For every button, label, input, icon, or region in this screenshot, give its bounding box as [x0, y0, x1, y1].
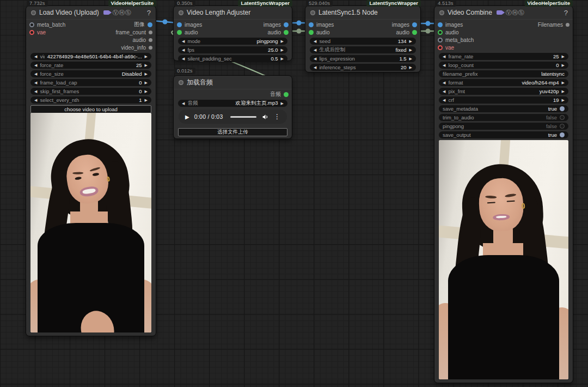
decrement-arrow-icon[interactable]: ◀	[34, 55, 37, 58]
help-icon[interactable]: ?	[564, 9, 568, 17]
output-images[interactable]: images	[264, 22, 289, 28]
input-audio[interactable]: audio	[177, 29, 198, 35]
node-video-combine[interactable]: Video Combine ⓋⒽⓈ ? images Filenames aud…	[434, 5, 573, 383]
widget-format[interactable]: ◀ format video/h264-mp4 ▶	[439, 79, 568, 86]
node-latentsync[interactable]: LatentSync1.5 Node images images audio a…	[305, 5, 421, 72]
output-port-icon[interactable]	[149, 38, 152, 42]
increment-arrow-icon[interactable]: ▶	[281, 48, 284, 52]
node-graph-canvas[interactable]: 7.732s VideoHelperSuite 0.350s LatentSyn…	[0, 0, 588, 387]
output-filenames[interactable]: Filenames	[538, 22, 569, 28]
increment-arrow-icon[interactable]: ▶	[409, 65, 412, 69]
player-menu-icon[interactable]: ⋮	[274, 113, 280, 120]
choose-video-button[interactable]: choose video to upload	[30, 105, 151, 113]
input-port-icon[interactable]	[438, 38, 443, 43]
decrement-arrow-icon[interactable]: ◀	[314, 65, 316, 69]
widget-frame-rate[interactable]: ◀ frame_rate 25 ▶	[439, 53, 568, 60]
input-port-icon[interactable]	[309, 22, 314, 27]
widget-audio-file[interactable]: ◀ 音频 欢迎来到主页.mp3 ▶	[178, 100, 287, 107]
decrement-arrow-icon[interactable]: ◀	[182, 39, 185, 43]
node-title-bar[interactable]: Load Video (Upload) ⓋⒽⓈ ?	[26, 6, 156, 20]
output-audio[interactable]: audio	[133, 37, 152, 43]
play-icon[interactable]: ▶	[185, 114, 189, 120]
decrement-arrow-icon[interactable]: ◀	[443, 63, 445, 67]
toggle-save-output[interactable]: save_output true	[439, 131, 568, 138]
widget-force-size[interactable]: ◀ force_size Disabled ▶	[30, 70, 151, 77]
increment-arrow-icon[interactable]: ▶	[145, 72, 148, 76]
increment-arrow-icon[interactable]: ▶	[145, 98, 148, 102]
widget-loop-count[interactable]: ◀ loop_count 0 ▶	[439, 62, 568, 69]
input-images[interactable]: images	[438, 22, 463, 28]
output-audio[interactable]: audio	[396, 29, 417, 35]
output-video-info[interactable]: video_info	[121, 45, 152, 51]
output-audio[interactable]: 音频	[270, 90, 289, 98]
input-port-icon[interactable]	[438, 30, 443, 35]
decrement-arrow-icon[interactable]: ◀	[34, 98, 37, 102]
output-port-icon[interactable]	[412, 30, 417, 35]
toggle-dot[interactable]	[560, 132, 565, 137]
widget-fps[interactable]: ◀ fps 25.0 ▶	[178, 46, 287, 53]
output-port-icon[interactable]	[284, 30, 289, 35]
collapse-dot[interactable]	[179, 80, 183, 85]
decrement-arrow-icon[interactable]: ◀	[182, 48, 185, 52]
node-video-length-adjuster[interactable]: Video Length Adjuster images images audi…	[173, 5, 292, 61]
increment-arrow-icon[interactable]: ▶	[562, 63, 565, 67]
input-port-icon[interactable]	[29, 30, 34, 35]
input-vae[interactable]: vae	[29, 29, 46, 35]
node-title-bar[interactable]: 加载音频	[174, 76, 292, 89]
widget-filename-prefix[interactable]: filename_prefix latentsync	[439, 70, 568, 77]
input-port-icon[interactable]	[309, 30, 314, 35]
widget-seed[interactable]: ◀ seed 134 ▶	[310, 38, 416, 45]
input-audio[interactable]: audio	[309, 29, 329, 35]
widget-silent-padding-sec[interactable]: ◀ silent_padding_sec 0.5 ▶	[178, 55, 287, 62]
decrement-arrow-icon[interactable]: ◀	[34, 81, 37, 84]
widget-frame-load-cap[interactable]: ◀ frame_load_cap 0 ▶	[30, 79, 151, 86]
widget-skip-first-frames[interactable]: ◀ skip_first_frames 0 ▶	[30, 88, 151, 95]
increment-arrow-icon[interactable]: ▶	[145, 63, 148, 67]
output-port-icon[interactable]	[149, 31, 152, 34]
increment-arrow-icon[interactable]: ▶	[145, 55, 148, 58]
increment-arrow-icon[interactable]: ▶	[145, 89, 148, 93]
output-port-icon[interactable]	[566, 23, 569, 27]
node-title-bar[interactable]: LatentSync1.5 Node	[305, 6, 420, 20]
increment-arrow-icon[interactable]: ▶	[562, 89, 565, 93]
widget-crf[interactable]: ◀ crf 19 ▶	[439, 96, 568, 104]
node-title-bar[interactable]: Video Length Adjuster	[174, 6, 292, 20]
input-port-icon[interactable]	[177, 22, 182, 27]
increment-arrow-icon[interactable]: ▶	[562, 98, 565, 102]
widget-pix-fmt[interactable]: ◀ pix_fmt yuv420p ▶	[439, 88, 568, 95]
node-load-audio[interactable]: 加载音频 音频 ◀ 音频 欢迎来到主页.mp3 ▶ ▶ 0:00 / 0:03 …	[173, 75, 292, 139]
decrement-arrow-icon[interactable]: ◀	[182, 57, 185, 61]
widget-lips-expression[interactable]: ◀ lips_expression 1.5 ▶	[310, 55, 416, 62]
input-vae[interactable]: vae	[438, 45, 454, 51]
collapse-dot[interactable]	[179, 10, 183, 15]
widget-select-every-nth[interactable]: ◀ select_every_nth 1 ▶	[30, 96, 151, 104]
widget-control-after-generate[interactable]: ◀ 生成后控制 fixed ▶	[310, 46, 416, 53]
increment-arrow-icon[interactable]: ▶	[409, 57, 412, 61]
decrement-arrow-icon[interactable]: ◀	[314, 39, 316, 43]
increment-arrow-icon[interactable]: ▶	[281, 101, 284, 105]
decrement-arrow-icon[interactable]: ◀	[443, 89, 445, 93]
decrement-arrow-icon[interactable]: ◀	[314, 48, 316, 52]
output-port-icon[interactable]	[148, 22, 152, 27]
audio-player[interactable]: ▶ 0:00 / 0:03 ⋮	[179, 110, 287, 124]
seek-bar[interactable]	[230, 116, 256, 118]
increment-arrow-icon[interactable]: ▶	[562, 55, 565, 58]
output-port-icon[interactable]	[284, 92, 289, 97]
node-load-video[interactable]: Load Video (Upload) ⓋⒽⓈ ? meta_batch 图像 …	[26, 5, 156, 336]
increment-arrow-icon[interactable]: ▶	[562, 81, 565, 84]
decrement-arrow-icon[interactable]: ◀	[443, 55, 445, 58]
toggle-dot[interactable]	[560, 124, 565, 129]
widget-inference-steps[interactable]: ◀ inference_steps 20 ▶	[310, 64, 416, 71]
decrement-arrow-icon[interactable]: ◀	[443, 98, 445, 102]
increment-arrow-icon[interactable]: ▶	[409, 39, 412, 43]
input-port-icon[interactable]	[438, 22, 443, 27]
input-meta-batch[interactable]: meta_batch	[438, 37, 474, 43]
output-audio[interactable]: audio	[268, 29, 289, 35]
collapse-dot[interactable]	[439, 10, 444, 15]
increment-arrow-icon[interactable]: ▶	[281, 39, 284, 43]
decrement-arrow-icon[interactable]: ◀	[34, 72, 37, 76]
increment-arrow-icon[interactable]: ▶	[281, 57, 284, 61]
output-port-icon[interactable]	[284, 22, 289, 27]
widget-video[interactable]: ◀ video 422784929-4e48e501-64b4-4b4f-a69…	[30, 53, 151, 60]
video-preview[interactable]	[439, 140, 568, 379]
